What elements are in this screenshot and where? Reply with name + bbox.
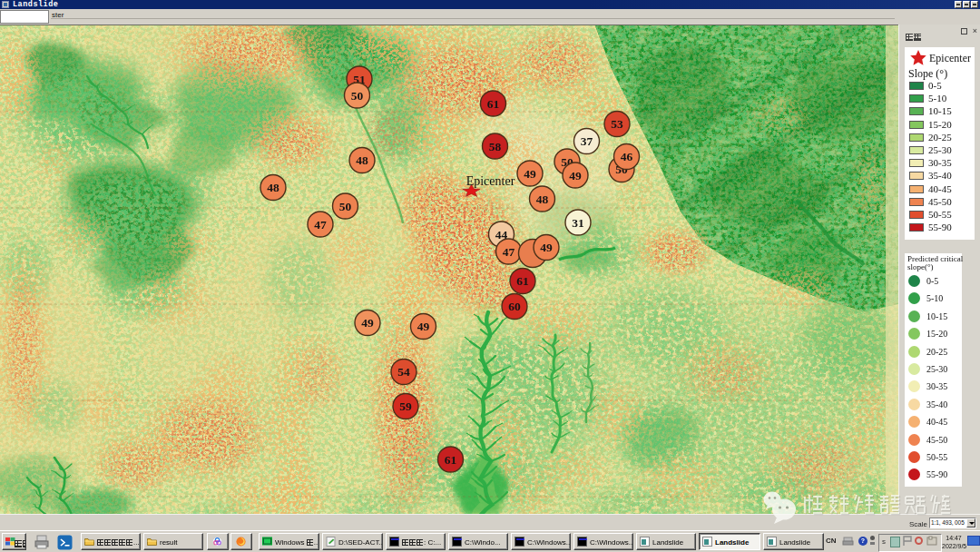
svg-text:49: 49 <box>524 167 536 181</box>
svg-text:47: 47 <box>314 218 327 232</box>
svg-text:53: 53 <box>611 117 623 131</box>
svg-text:48: 48 <box>536 192 549 206</box>
svg-text:31: 31 <box>572 216 584 230</box>
svg-text:50: 50 <box>339 200 352 213</box>
svg-text:37: 37 <box>581 134 593 148</box>
svg-text:59: 59 <box>399 399 412 413</box>
svg-text:46: 46 <box>621 150 633 163</box>
svg-text:61: 61 <box>516 274 529 288</box>
svg-text:49: 49 <box>569 169 582 182</box>
svg-text:61: 61 <box>445 453 457 467</box>
svg-text:58: 58 <box>489 140 502 153</box>
svg-text:49: 49 <box>361 316 374 330</box>
svg-text:Epicenter: Epicenter <box>466 174 515 188</box>
svg-text:48: 48 <box>267 181 279 194</box>
svg-text:61: 61 <box>487 97 500 111</box>
svg-text:49: 49 <box>417 320 430 333</box>
svg-text:50: 50 <box>351 89 364 103</box>
svg-text:48: 48 <box>356 153 368 167</box>
svg-text:47: 47 <box>503 245 515 259</box>
svg-text:54: 54 <box>397 365 410 379</box>
svg-text:60: 60 <box>508 300 521 313</box>
svg-text:49: 49 <box>540 241 553 254</box>
